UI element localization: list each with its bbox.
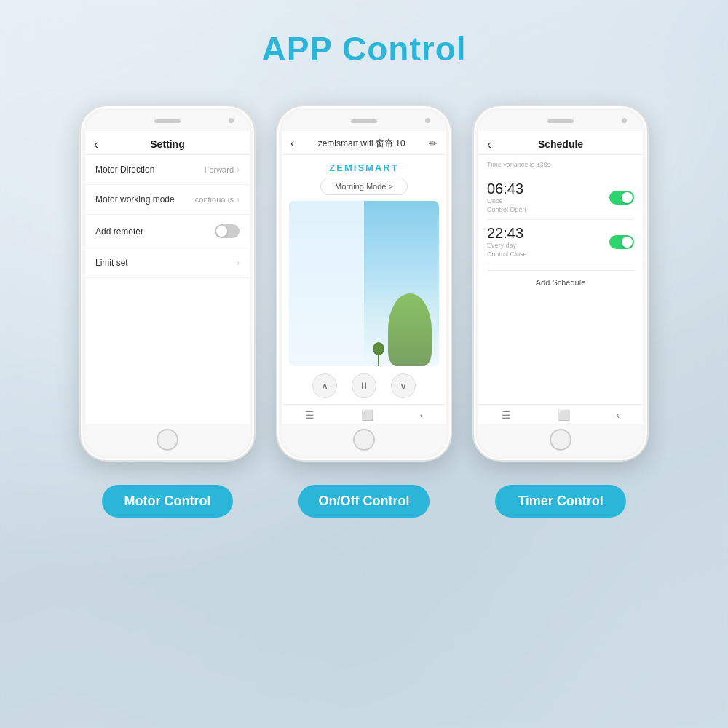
nav-icon-menu[interactable]: ☰ [305, 409, 314, 421]
speaker-2 [351, 119, 377, 123]
schedule-sub-2a: Every day [487, 242, 527, 249]
window-curtain-left [289, 201, 364, 366]
phone-top-bar-3 [478, 111, 643, 131]
page-title: APP Control [261, 29, 466, 68]
setting-row-limit-set[interactable]: Limit set › [85, 248, 250, 278]
toggle-schedule-2[interactable] [609, 235, 634, 249]
row-value-motor-mode: continuous [195, 195, 234, 204]
camera-3 [622, 118, 627, 123]
window-tree [388, 293, 432, 366]
toggle-add-remoter[interactable] [215, 224, 240, 238]
row-value-group-2: continuous › [195, 194, 240, 205]
schedule-item-1[interactable]: 06:43 Once Control Open [487, 175, 634, 220]
page-content: APP Control ‹ Setting Motor Direction [0, 0, 728, 728]
schedule-time-1: 06:43 [487, 181, 526, 196]
nav-icon-home-3[interactable]: ⬜ [558, 409, 570, 421]
ctrl-pause[interactable]: ⏸ [352, 373, 376, 398]
nav-icon-back[interactable]: ‹ [419, 409, 423, 421]
camera-1 [229, 118, 234, 123]
label-badge-timer: Timer Control [495, 485, 626, 518]
back-arrow-1[interactable]: ‹ [94, 137, 98, 152]
screen2-header: ‹ zemismart wifi 窗帘 10 ✏ [282, 131, 446, 155]
phone-motor-inner: ‹ Setting Motor Direction Forward › [85, 111, 250, 456]
screen-onoff: ‹ zemismart wifi 窗帘 10 ✏ ZEMISMART Morni… [282, 131, 446, 424]
screen1-title: Setting [150, 138, 184, 150]
phone-label-onoff: On/Off Control [276, 485, 452, 518]
setting-row-motor-mode[interactable]: Motor working mode continuous › [85, 185, 250, 215]
phone-bottom-1 [85, 424, 250, 456]
phones-row: ‹ Setting Motor Direction Forward › [79, 105, 649, 462]
mode-button[interactable]: Morning Mode > [320, 178, 408, 195]
speaker-3 [547, 119, 574, 123]
back-arrow-3[interactable]: ‹ [487, 137, 491, 152]
screen3-body: Time variance is ±30s 06:43 Once Control… [478, 155, 643, 404]
nav-icon-home[interactable]: ⬜ [361, 409, 373, 421]
nav-icon-menu-3[interactable]: ☰ [502, 409, 511, 421]
home-btn-2[interactable] [353, 429, 375, 451]
screen-motor: ‹ Setting Motor Direction Forward › [85, 131, 250, 424]
schedule-note: Time variance is ±30s [487, 161, 634, 168]
schedule-info-2: 22:43 Every day Control Close [487, 226, 527, 258]
window-area [289, 201, 439, 366]
setting-row-motor-direction[interactable]: Motor Direction Forward › [85, 155, 250, 185]
ctrl-down[interactable]: ∨ [391, 373, 416, 398]
phone-timer-inner: ‹ Schedule Time variance is ±30s 06:43 O… [478, 111, 643, 456]
row-arrow-1: › [237, 165, 240, 175]
schedule-sub-1a: Once [487, 197, 526, 205]
phone-motor: ‹ Setting Motor Direction Forward › [79, 105, 256, 462]
toggle-schedule-1[interactable] [609, 191, 634, 205]
speaker-1 [154, 119, 181, 123]
camera-2 [425, 118, 430, 123]
phone-timer: ‹ Schedule Time variance is ±30s 06:43 O… [472, 105, 649, 462]
phone-top-bar-1 [85, 111, 250, 131]
schedule-sub-1b: Control Open [487, 206, 526, 213]
screen3-header: ‹ Schedule [478, 131, 643, 155]
screen3-bottom-nav: ☰ ⬜ ‹ [478, 404, 643, 424]
phone-bottom-3 [478, 424, 643, 456]
setting-row-add-remoter[interactable]: Add remoter [85, 215, 250, 248]
device-name: zemismart wifi 窗帘 10 [318, 138, 405, 150]
row-label-motor-direction: Motor Direction [95, 165, 154, 175]
home-btn-1[interactable] [157, 429, 178, 451]
phone-onoff-inner: ‹ zemismart wifi 窗帘 10 ✏ ZEMISMART Morni… [282, 111, 446, 456]
row-label-limit-set: Limit set [95, 258, 128, 268]
screen3-title: Schedule [538, 138, 583, 150]
ctrl-up[interactable]: ∧ [312, 373, 337, 398]
row-value-group-1: Forward › [205, 165, 240, 175]
screen2-controls: ∧ ⏸ ∨ [282, 366, 446, 404]
screen1-body: Motor Direction Forward › Motor working … [85, 155, 250, 424]
label-badge-motor: Motor Control [102, 485, 233, 518]
labels-row: Motor Control On/Off Control Timer Contr… [79, 485, 649, 518]
brand-logo: ZEMISMART [282, 155, 446, 178]
screen1-header: ‹ Setting [85, 131, 250, 155]
row-arrow-limit: › [237, 258, 240, 268]
phone-label-timer: Timer Control [472, 485, 649, 518]
home-btn-3[interactable] [550, 429, 571, 451]
screen2-bottom-nav: ☰ ⬜ ‹ [282, 404, 446, 424]
row-label-motor-mode: Motor working mode [95, 194, 175, 205]
schedule-info-1: 06:43 Once Control Open [487, 181, 526, 213]
plant-top [373, 342, 384, 355]
schedule-time-2: 22:43 [487, 226, 527, 240]
nav-icon-back-3[interactable]: ‹ [616, 409, 620, 421]
back-arrow-2[interactable]: ‹ [290, 137, 294, 150]
phone-onoff: ‹ zemismart wifi 窗帘 10 ✏ ZEMISMART Morni… [276, 105, 452, 462]
screen-timer: ‹ Schedule Time variance is ±30s 06:43 O… [478, 131, 643, 424]
schedule-item-2[interactable]: 22:43 Every day Control Close [487, 220, 634, 264]
phone-top-bar-2 [282, 111, 446, 131]
label-badge-onoff: On/Off Control [298, 485, 430, 518]
window-plant [371, 344, 386, 366]
phone-label-motor: Motor Control [79, 485, 256, 518]
row-arrow-2: › [237, 194, 240, 205]
edit-icon[interactable]: ✏ [429, 138, 438, 149]
schedule-sub-2b: Control Close [487, 250, 527, 258]
phone-bottom-2 [282, 424, 446, 456]
row-value-motor-direction: Forward [205, 165, 234, 174]
add-schedule-btn[interactable]: Add Schedule [487, 270, 634, 294]
row-label-add-remoter: Add remoter [95, 226, 143, 237]
